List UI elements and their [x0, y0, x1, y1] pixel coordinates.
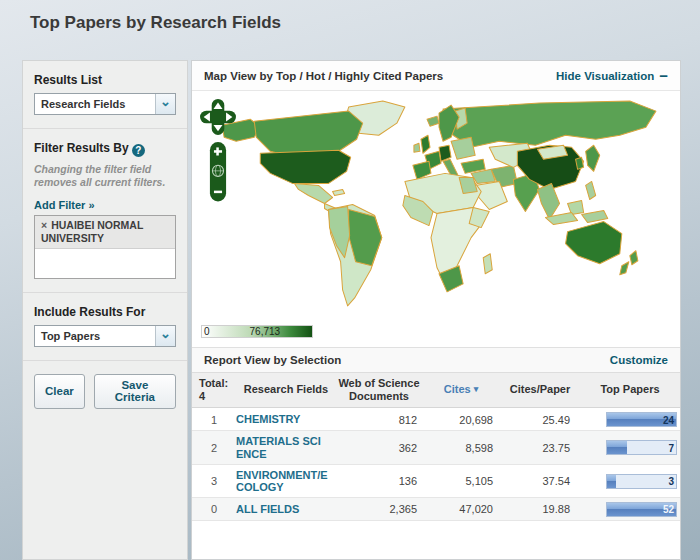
filter-list-box: ×HUAIBEI NORMAL UNIVERSITY	[34, 215, 176, 279]
row-cites-per-paper: 37.54	[500, 475, 580, 487]
table-row: 0 ALL FIELDS 2,365 47,020 19.88 52	[192, 498, 680, 521]
map-region-iceland[interactable]	[427, 116, 439, 126]
table-row: 1 CHEMISTRY 812 20,698 25.49 24	[192, 408, 680, 431]
top-papers-value: 7	[668, 442, 674, 453]
row-rank: 2	[192, 442, 236, 454]
row-cites-per-paper: 23.75	[500, 442, 580, 454]
map-region-caribbean[interactable]	[333, 189, 345, 195]
chevron-down-icon[interactable]: ⌄	[155, 94, 175, 114]
zoom-out-icon[interactable]	[214, 191, 222, 194]
map-region-russia[interactable]	[443, 101, 656, 147]
filter-tag[interactable]: ×HUAIBEI NORMAL UNIVERSITY	[35, 216, 175, 249]
table-row: 3 ENVIRONMENT/ECOLOGY 136 5,105 37.54 3	[192, 465, 680, 498]
map-region-korea[interactable]	[576, 157, 584, 169]
results-list-label: Results List	[34, 73, 176, 87]
add-filter-link[interactable]: Add Filter »	[34, 199, 95, 211]
top-papers-value: 52	[663, 504, 674, 515]
research-field-link[interactable]: CHEMISTRY	[236, 413, 336, 426]
world-map	[198, 95, 670, 311]
filter-section: Filter Results By? Changing the filter f…	[23, 128, 187, 292]
map-region-ireland[interactable]	[414, 143, 420, 152]
top-papers-bar: 52	[606, 502, 677, 517]
help-icon[interactable]: ?	[132, 144, 145, 157]
col-header-research-fields: Research Fields	[236, 377, 336, 402]
results-list-section: Results List Research Fields ⌄	[23, 61, 187, 128]
map-region-east-europe[interactable]	[451, 137, 475, 159]
research-field-link[interactable]: ALL FIELDS	[236, 503, 336, 516]
minus-icon: −	[659, 71, 668, 81]
research-field-link[interactable]: MATERIALS SCIENCE	[236, 435, 336, 460]
sidebar: Results List Research Fields ⌄ Filter Re…	[22, 60, 188, 560]
cites-label: Cites	[444, 383, 471, 396]
map-region-se-asia[interactable]	[537, 183, 559, 219]
report-table-body: 1 CHEMISTRY 812 20,698 25.49 24 2 MATERI…	[192, 408, 680, 521]
hide-visualization-label: Hide Visualization	[556, 70, 654, 82]
customize-link[interactable]: Customize	[610, 354, 668, 366]
filter-note: Changing the filter field removes all cu…	[34, 163, 176, 189]
chevron-down-icon[interactable]: ⌄	[155, 326, 175, 346]
row-top-papers-cell: 3	[580, 474, 680, 489]
map-view-header: Map View by Top / Hot / Highly Cited Pap…	[192, 61, 680, 91]
row-cites: 8,598	[422, 442, 500, 454]
top-papers-bar: 24	[606, 412, 677, 427]
table-row: 2 MATERIALS SCIENCE 362 8,598 23.75 7	[192, 431, 680, 464]
top-papers-value: 24	[663, 414, 674, 425]
report-view-header: Report View by Selection Customize	[192, 348, 680, 373]
map-region-mexico[interactable]	[294, 183, 332, 203]
map-region-indonesia-east[interactable]	[582, 211, 608, 223]
top-papers-bar: 7	[606, 440, 677, 455]
save-criteria-button[interactable]: Save Criteria	[94, 374, 176, 409]
col-header-cites-sort[interactable]: Cites ▾	[422, 377, 500, 402]
map-region-andes[interactable]	[329, 207, 350, 258]
results-list-select[interactable]: Research Fields ⌄	[34, 93, 176, 115]
top-papers-bar: 3	[606, 474, 677, 489]
row-top-papers-cell: 24	[580, 412, 680, 427]
row-cites-per-paper: 19.88	[500, 503, 580, 515]
include-results-value: Top Papers	[35, 326, 100, 346]
top-papers-bar-fill	[607, 441, 627, 454]
map-region-new-zealand[interactable]	[630, 251, 638, 265]
map-region-new-zealand-south[interactable]	[620, 262, 629, 275]
col-header-total: Total: 4	[192, 377, 236, 402]
map-zoom-control[interactable]	[210, 142, 226, 201]
row-cites: 20,698	[422, 414, 500, 426]
remove-filter-icon[interactable]: ×	[41, 219, 47, 231]
sort-arrow-icon: ▾	[474, 384, 479, 394]
map-region-uk[interactable]	[421, 135, 430, 153]
row-top-papers-cell: 52	[580, 502, 680, 517]
map-region-philippines[interactable]	[586, 181, 596, 199]
map-region-usa[interactable]	[260, 150, 350, 183]
row-top-papers-cell: 7	[580, 440, 680, 455]
pan-icon[interactable]	[200, 99, 236, 135]
sidebar-buttons: Clear Save Criteria	[23, 360, 187, 422]
row-cites: 47,020	[422, 503, 500, 515]
row-documents: 2,365	[336, 503, 422, 515]
map-view-title: Map View by Top / Hot / Highly Cited Pap…	[204, 70, 443, 82]
map-region-madagascar[interactable]	[483, 254, 492, 274]
row-rank: 1	[192, 414, 236, 426]
total-value: 4	[199, 390, 236, 403]
clear-button[interactable]: Clear	[34, 374, 85, 409]
map-region-germany[interactable]	[439, 145, 451, 161]
map-region-east-africa[interactable]	[469, 208, 489, 228]
include-results-select[interactable]: Top Papers ⌄	[34, 325, 176, 347]
map-visualization: 0 76,713	[192, 91, 680, 348]
filter-label-text: Filter Results By	[34, 141, 129, 155]
row-documents: 362	[336, 442, 422, 454]
hide-visualization-link[interactable]: Hide Visualization −	[556, 70, 668, 82]
map-controls[interactable]	[200, 99, 236, 205]
table-header-row: Total: 4 Research Fields Web of Science …	[192, 373, 680, 408]
main-panel: Map View by Top / Hot / Highly Cited Pap…	[191, 60, 681, 560]
include-results-section: Include Results For Top Papers ⌄	[23, 292, 187, 360]
filter-tag-label: HUAIBEI NORMAL UNIVERSITY	[41, 219, 143, 244]
row-cites: 5,105	[422, 475, 500, 487]
col-header-top-papers: Top Papers	[580, 377, 680, 402]
row-rank: 3	[192, 475, 236, 487]
map-region-japan[interactable]	[586, 145, 600, 171]
report-view-title: Report View by Selection	[204, 354, 341, 366]
map-region-australia[interactable]	[566, 222, 622, 264]
include-results-label: Include Results For	[34, 305, 176, 319]
research-field-link[interactable]: ENVIRONMENT/ECOLOGY	[236, 469, 336, 494]
legend-max-value: 76,713	[250, 326, 281, 337]
map-region-canada[interactable]	[254, 111, 362, 157]
